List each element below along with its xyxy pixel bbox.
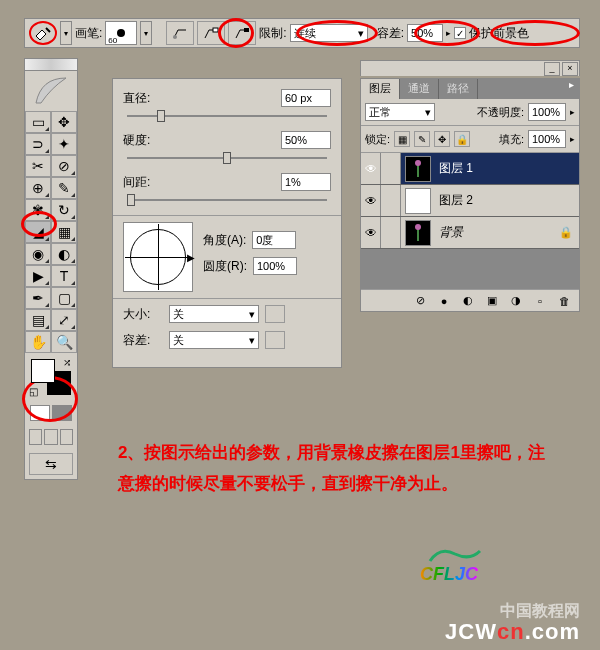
color-swatches[interactable]: ⤮ ◱ [29, 357, 73, 397]
layer-mask-icon[interactable]: ◐ [459, 293, 477, 309]
spacing-slider[interactable] [127, 199, 327, 201]
layers-panel-titlebar[interactable]: _ × [360, 60, 580, 76]
crop-tool[interactable]: ✂ [25, 155, 51, 177]
opacity-stepper[interactable]: ▸ [570, 107, 575, 117]
sampling-swatch-icon[interactable] [228, 21, 256, 45]
palette-drag-handle[interactable] [25, 59, 77, 71]
layer-item-bg[interactable]: 👁 背景 🔒 [361, 217, 579, 249]
protect-fg-checkbox[interactable]: ✓ [454, 27, 466, 39]
eraser-tool[interactable]: ◢ [25, 221, 51, 243]
brush-tool[interactable]: ✎ [51, 177, 77, 199]
tab-channels[interactable]: 通道 [400, 79, 439, 99]
diameter-slider[interactable] [127, 115, 327, 117]
screen-mode-3[interactable] [60, 429, 73, 445]
move-tool[interactable]: ✥ [51, 111, 77, 133]
link-cell[interactable] [381, 185, 401, 216]
link-cell[interactable] [381, 153, 401, 184]
size-select[interactable]: 关▾ [169, 305, 259, 323]
layer-item-1[interactable]: 👁 图层 1 [361, 153, 579, 185]
tolerance-bg-icon[interactable] [265, 331, 285, 349]
opacity-input[interactable] [528, 103, 566, 121]
standard-mode[interactable] [30, 405, 50, 421]
delete-layer-icon[interactable]: 🗑 [555, 293, 573, 309]
panel-menu-icon[interactable]: ▸ [563, 79, 579, 99]
visibility-icon[interactable]: 👁 [361, 185, 381, 216]
tab-layers[interactable]: 图层 [361, 79, 400, 99]
tolerance-input[interactable] [407, 24, 443, 42]
shape-tool[interactable]: ▢ [51, 287, 77, 309]
bg-eraser-tool-icon[interactable] [29, 21, 57, 45]
fill-stepper[interactable]: ▸ [570, 134, 575, 144]
layers-panel: 图层 通道 路径 ▸ 正常▾ 不透明度: ▸ 锁定: ▦ ✎ ✥ 🔒 填充: ▸… [360, 78, 580, 312]
blend-mode-select[interactable]: 正常▾ [365, 103, 435, 121]
size-bg-icon[interactable] [265, 305, 285, 323]
link-layers-icon[interactable]: ⊘ [411, 293, 429, 309]
limit-select[interactable]: 连续▾ [290, 24, 368, 42]
notes-tool[interactable]: ▤ [25, 309, 51, 331]
layer-style-icon[interactable]: ● [435, 293, 453, 309]
brush-preview[interactable]: 60 [105, 21, 137, 45]
visibility-icon[interactable]: 👁 [361, 153, 381, 184]
lasso-tool[interactable]: ⊃ [25, 133, 51, 155]
eyedrop-tool[interactable]: ⤢ [51, 309, 77, 331]
hardness-slider[interactable] [127, 157, 327, 159]
layer-thumbnail[interactable] [405, 188, 431, 214]
lock-transparency-icon[interactable]: ▦ [394, 131, 410, 147]
pen-tool[interactable]: ✒ [25, 287, 51, 309]
roundness-input[interactable] [253, 257, 297, 275]
layer-thumbnail[interactable] [405, 156, 431, 182]
minimize-icon[interactable]: _ [544, 62, 560, 76]
path-select-tool[interactable]: ▶ [25, 265, 51, 287]
tolerance-select[interactable]: 关▾ [169, 331, 259, 349]
type-tool[interactable]: T [51, 265, 77, 287]
layer-name[interactable]: 图层 2 [435, 192, 579, 209]
diameter-input[interactable] [281, 89, 331, 107]
link-cell[interactable] [381, 217, 401, 248]
angle-input[interactable] [252, 231, 296, 249]
close-icon[interactable]: × [562, 62, 578, 76]
wand-tool[interactable]: ✦ [51, 133, 77, 155]
brush-label: 画笔: [75, 25, 102, 42]
tab-paths[interactable]: 路径 [439, 79, 478, 99]
lock-all-icon[interactable]: 🔒 [454, 131, 470, 147]
sampling-once-icon[interactable] [197, 21, 225, 45]
new-layer-icon[interactable]: ▫ [531, 293, 549, 309]
foreground-color[interactable] [31, 359, 55, 383]
layer-item-2[interactable]: 👁 图层 2 [361, 185, 579, 217]
tool-preset-dropdown[interactable]: ▾ [60, 21, 72, 45]
history-brush-tool[interactable]: ↻ [51, 199, 77, 221]
spacing-input[interactable] [281, 173, 331, 191]
dodge-tool[interactable]: ◐ [51, 243, 77, 265]
hand-tool[interactable]: ✋ [25, 331, 51, 353]
layer-thumbnail[interactable] [405, 220, 431, 246]
brush-dropdown[interactable]: ▾ [140, 21, 152, 45]
default-colors-icon[interactable]: ◱ [29, 386, 38, 397]
screen-mode-2[interactable] [44, 429, 57, 445]
tolerance-label: 容差: [377, 25, 404, 42]
jump-to-icon[interactable]: ⇆ [29, 453, 73, 475]
layer-list: 👁 图层 1 👁 图层 2 👁 背景 🔒 [361, 153, 579, 289]
marquee-tool[interactable]: ▭ [25, 111, 51, 133]
quickmask-mode[interactable] [52, 405, 72, 421]
blur-tool[interactable]: ◉ [25, 243, 51, 265]
slice-tool[interactable]: ⊘ [51, 155, 77, 177]
layer-name[interactable]: 图层 1 [435, 160, 579, 177]
heal-tool[interactable]: ⊕ [25, 177, 51, 199]
zoom-tool[interactable]: 🔍 [51, 331, 77, 353]
adjustment-icon[interactable]: ◑ [507, 293, 525, 309]
visibility-icon[interactable]: 👁 [361, 217, 381, 248]
lock-move-icon[interactable]: ✥ [434, 131, 450, 147]
tolerance-stepper[interactable]: ▸ [446, 28, 451, 38]
swap-colors-icon[interactable]: ⤮ [63, 357, 71, 368]
new-group-icon[interactable]: ▣ [483, 293, 501, 309]
angle-diagram[interactable]: ▶ [123, 222, 193, 292]
lock-paint-icon[interactable]: ✎ [414, 131, 430, 147]
fill-input[interactable] [528, 130, 566, 148]
logo: CFLJC [420, 546, 490, 585]
hardness-input[interactable] [281, 131, 331, 149]
gradient-tool[interactable]: ▦ [51, 221, 77, 243]
stamp-tool[interactable]: ✾ [25, 199, 51, 221]
screen-mode-1[interactable] [29, 429, 42, 445]
layer-name[interactable]: 背景 [435, 224, 559, 241]
sampling-continuous-icon[interactable] [166, 21, 194, 45]
